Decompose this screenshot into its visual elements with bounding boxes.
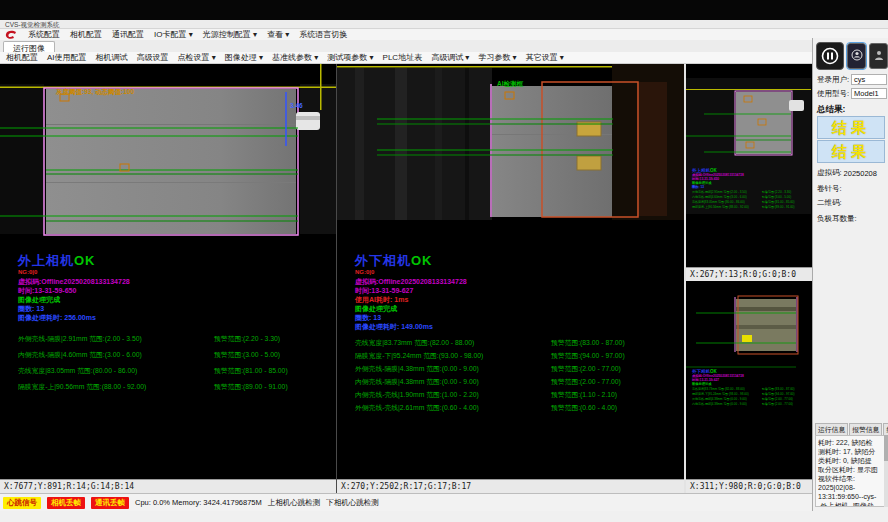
toolbar-advanced-settings[interactable]: 高级设置 xyxy=(137,52,169,63)
cpu-memory-text: Cpu: 0.0% Memory: 3424.41796875M xyxy=(135,498,262,507)
pixel-status-upper: X:7677;Y:891;R:14;G:14;B:14 xyxy=(0,479,336,493)
thumbnail-column: 外上相机OK 虚拟码:Offline20250208133134728 时间:1… xyxy=(686,64,812,493)
toolbar-ai-usage-config[interactable]: AI使用配置 xyxy=(47,52,87,63)
login-user-value[interactable]: cys xyxy=(851,74,887,85)
stats-scrollbar-thumb[interactable] xyxy=(884,435,888,461)
camera-view-lower[interactable]: AI检测框 外下相机OK NG:0|0 虚拟码:Offline202502081… xyxy=(337,64,686,493)
pixel-status-thumb-upper: X:267;Y:13;R:0;G:0;B:0 xyxy=(686,267,812,281)
toolbar-plc-address-table[interactable]: PLC地址表 xyxy=(383,52,423,63)
capture-time: 时间:13-31-59-650 xyxy=(18,286,328,295)
measurement-row: 内侧壳线-隔膜|4.60mm 范围:(3.00 - 6.00)预警范围:(3.0… xyxy=(18,351,328,359)
measurement-list-upper: 外侧壳线-隔膜|2.91mm 范围:(2.00 - 3.50)预警范围:(2.2… xyxy=(18,335,328,391)
toolbar-test-item-params[interactable]: 测试项参数 ▾ xyxy=(327,52,373,63)
thumbnail-view-upper[interactable]: 外上相机OK 虚拟码:Offline20250208133134728 时间:1… xyxy=(686,64,813,281)
camera-drop-badge: 相机丢帧 xyxy=(47,497,85,509)
measurement-list-lower: 壳线宽度|83.73mm 范围:(82.00 - 88.00)预警范围:(83.… xyxy=(355,339,685,412)
pixel-status-lower: X:270;Y:2502;R:17;G:17;B:17 xyxy=(337,479,684,493)
menu-item-view[interactable]: 查看 ▾ xyxy=(267,29,289,40)
virtual-code-label: 虚拟码: xyxy=(817,168,842,178)
measurement-row: 内侧壳线-壳线|1.90mm 范围:(1.00 - 2.20)预警范围:(1.1… xyxy=(355,391,685,399)
window-title: CVS-视觉检测系统 xyxy=(5,21,60,28)
ai-elapsed: 使用AI耗时: 1ms xyxy=(355,295,665,304)
menu-item-language-switch[interactable]: 系统语言切换 xyxy=(299,29,347,40)
measurement-row: 内侧壳线-隔膜|4.38mm 范围:(0.00 - 9.00)预警范围:(2.0… xyxy=(355,378,685,386)
qr-code-label: 二维码: xyxy=(817,198,842,208)
measurement-row: 壳线宽度|83.05mm 范围:(80.00 - 86.00)预警范围:(81.… xyxy=(18,367,328,375)
camera-title-lower: 外下相机OK xyxy=(355,254,665,268)
total-result-label: 总结果: xyxy=(817,104,845,116)
top-black-strip xyxy=(0,0,888,20)
virtual-code-row: 虚拟码: 20250208 xyxy=(817,168,887,178)
control-panel: 登录用户: cys 使用型号: Model1 总结果: 结果 结果 虚拟码: 2… xyxy=(812,38,888,511)
ng-count: NG:0|0 xyxy=(355,268,665,277)
virtual-code: 虚拟码:Offline20250208133134728 xyxy=(355,277,665,286)
thumbnail-overlay-lower: 外下相机OK 虚拟码:Offline20250208133134728 时间:1… xyxy=(692,369,810,407)
loop-count: 圈数: 13 xyxy=(355,313,665,322)
result-box-1: 结果 xyxy=(817,116,885,139)
thumbnail-overlay-upper: 外上相机OK 虚拟码:Offline20250208133134728 时间:1… xyxy=(692,168,810,210)
menu-bar: 系统配置 相机配置 通讯配置 IO卡配置 ▾ 光源控制配置 ▾ 查看 ▾ 系统语… xyxy=(0,29,888,40)
pause-button[interactable] xyxy=(816,42,844,70)
upper-camera-heartbeat-text: 上相机心跳检测 xyxy=(268,498,321,508)
negative-tab-count-label: 负极耳数量: xyxy=(817,214,857,224)
process-elapsed: 图像处理耗时: 256.00ms xyxy=(18,313,328,322)
toolbar-image-processing[interactable]: 图像处理 ▾ xyxy=(225,52,263,63)
toolbar: 相机配置 AI使用配置 相机调试 高级设置 点检设置 ▾ 图像处理 ▾ 基准线参… xyxy=(0,52,812,64)
threshold-label: 灰度阈值:93, 动态阈值:100 xyxy=(56,88,134,97)
login-user-row: 登录用户: cys xyxy=(817,74,887,85)
model-label: 使用型号: xyxy=(817,89,849,99)
measurement-row: 隔膜宽度-上|90.56mm 范围:(88.00 - 92.00)预警范围:(8… xyxy=(18,383,328,391)
ai-box-label: AI检测框 xyxy=(497,80,523,89)
result-box-2: 结果 xyxy=(817,140,885,163)
status-bar: 心跳信号 相机丢帧 通讯丢帧 Cpu: 0.0% Memory: 3424.41… xyxy=(0,493,812,511)
toolbar-camera-config[interactable]: 相机配置 xyxy=(6,52,38,63)
menu-item-system-config[interactable]: 系统配置 xyxy=(28,29,60,40)
camera-view-upper[interactable]: 灰度阈值:93, 动态阈值:100 3.46 外上相机OK NG:0|0 虚拟码… xyxy=(0,64,337,493)
ng-count: NG:0|0 xyxy=(18,268,328,277)
login-user-label: 登录用户: xyxy=(817,75,849,85)
menu-item-camera-config[interactable]: 相机配置 xyxy=(70,29,102,40)
bottom-filler xyxy=(0,511,888,522)
overlay-lower: 外下相机OK NG:0|0 虚拟码:Offline202502081331347… xyxy=(355,254,665,417)
toolbar-advanced-debug[interactable]: 高级调试 ▾ xyxy=(431,52,469,63)
model-value[interactable]: Model1 xyxy=(851,88,887,99)
menu-item-io-card-config[interactable]: IO卡配置 ▾ xyxy=(154,29,193,40)
toolbar-camera-debug[interactable]: 相机调试 xyxy=(96,52,128,63)
overlay-upper: 外上相机OK NG:0|0 虚拟码:Offline202502081331347… xyxy=(18,254,328,399)
measurement-row: 壳线宽度|83.73mm 范围:(82.00 - 88.00)预警范围:(83.… xyxy=(355,339,685,347)
process-done: 图像处理完成 xyxy=(18,295,328,304)
comm-drop-badge: 通讯丢帧 xyxy=(91,497,129,509)
app-window: CVS-视觉检测系统 系统配置 相机配置 通讯配置 IO卡配置 ▾ 光源控制配置… xyxy=(0,0,888,522)
virtual-code: 虚拟码:Offline20250208133134728 xyxy=(18,277,328,286)
menu-item-comm-config[interactable]: 通讯配置 xyxy=(112,29,144,40)
camera-title-upper: 外上相机OK xyxy=(18,254,328,268)
toolbar-baseline-params[interactable]: 基准线参数 ▾ xyxy=(272,52,318,63)
loop-count: 圈数: 13 xyxy=(18,304,328,313)
lower-camera-heartbeat-text: 下相机心跳检测 xyxy=(326,498,379,508)
pin-number-label: 卷针号: xyxy=(817,184,842,194)
measurement-row: 外侧壳线-隔膜|2.91mm 范围:(2.00 - 3.50)预警范围:(2.2… xyxy=(18,335,328,343)
menu-item-light-control-config[interactable]: 光源控制配置 ▾ xyxy=(203,29,257,40)
user-login-button[interactable] xyxy=(847,43,866,69)
control-buttons xyxy=(816,42,888,70)
pixel-status-thumb-lower: X:311;Y:980;R:0;G:0;B:0 xyxy=(686,479,812,493)
process-elapsed: 图像处理耗时: 149.00ms xyxy=(355,322,665,331)
toolbar-spot-check-settings[interactable]: 点检设置 ▾ xyxy=(178,52,216,63)
toolbar-learning-params[interactable]: 学习参数 ▾ xyxy=(478,52,516,63)
thumbnail-view-lower[interactable]: 外下相机OK 虚拟码:Offline20250208133134728 时间:1… xyxy=(686,281,813,493)
virtual-code-value: 20250208 xyxy=(844,169,877,178)
measurement-row: 外侧壳线-壳线|2.61mm 范围:(0.60 - 4.00)预警范围:(0.6… xyxy=(355,404,685,412)
model-row: 使用型号: Model1 xyxy=(817,88,887,99)
user-manage-button[interactable] xyxy=(869,43,888,69)
measurement-row: 外侧壳线-隔膜|4.38mm 范围:(0.00 - 9.00)预警范围:(2.0… xyxy=(355,365,685,373)
capture-time: 时间:13-31-59-627 xyxy=(355,286,665,295)
heartbeat-badge: 心跳信号 xyxy=(3,497,41,509)
window-titlebar: CVS-视觉检测系统 xyxy=(0,20,888,29)
toolbar-other-settings[interactable]: 其它设置 ▾ xyxy=(526,52,564,63)
measure-marker-label: 3.46 xyxy=(290,102,303,109)
stats-textbox: 耗时: 222, 缺陷检测耗时: 17, 缺陷分类耗时: 0, 缺陷提取分区耗时… xyxy=(815,435,885,507)
process-done: 图像处理完成 xyxy=(355,304,665,313)
measurement-row: 隔膜宽度-下|95.24mm 范围:(93.00 - 98.00)预警范围:(9… xyxy=(355,352,685,360)
app-logo-icon xyxy=(4,30,18,40)
main-area: 灰度阈值:93, 动态阈值:100 3.46 外上相机OK NG:0|0 虚拟码… xyxy=(0,64,812,493)
